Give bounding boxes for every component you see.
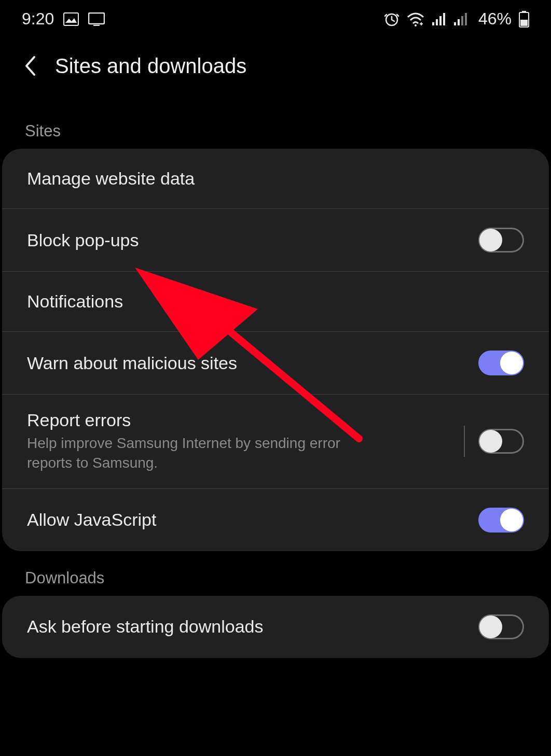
row-warn-malicious[interactable]: Warn about malicious sites [2,332,549,395]
back-button[interactable] [23,53,37,78]
svg-rect-6 [436,19,438,25]
signal-1-icon [432,13,446,25]
wifi-icon [407,12,424,26]
battery-percent: 46% [478,9,512,29]
svg-rect-9 [454,22,456,25]
svg-rect-11 [461,16,463,25]
row-manage-website-data[interactable]: Manage website data [2,149,549,209]
alarm-icon [384,11,400,27]
warn-malicious-label: Warn about malicious sites [27,353,478,373]
report-errors-toggle[interactable] [478,429,524,454]
manage-website-data-label: Manage website data [27,169,524,189]
section-label-sites: Sites [0,104,551,149]
ask-before-downloads-toggle[interactable] [478,614,524,639]
divider-vertical [464,426,465,457]
row-report-errors[interactable]: Report errors Help improve Samsung Inter… [2,395,549,489]
row-ask-before-downloads[interactable]: Ask before starting downloads [2,596,549,658]
svg-rect-0 [64,13,78,25]
warn-malicious-toggle[interactable] [478,351,524,375]
status-right: 46% [384,9,529,29]
image-icon [63,12,79,26]
allow-javascript-label: Allow JavaScript [27,510,478,530]
block-popups-label: Block pop-ups [27,230,478,250]
svg-rect-8 [443,13,445,25]
row-notifications[interactable]: Notifications [2,272,549,332]
ask-before-downloads-label: Ask before starting downloads [27,617,478,637]
svg-rect-7 [439,16,442,25]
svg-rect-1 [89,13,104,24]
allow-javascript-toggle[interactable] [478,508,524,533]
cast-icon [88,12,105,26]
svg-rect-10 [458,19,460,25]
status-time: 9:20 [22,9,54,29]
page-header: Sites and downloads [0,38,551,104]
row-block-popups[interactable]: Block pop-ups [2,209,549,272]
svg-rect-2 [93,25,100,26]
signal-2-icon [453,13,468,25]
svg-rect-5 [432,22,434,25]
svg-rect-12 [465,13,467,25]
notifications-label: Notifications [27,291,524,312]
svg-rect-15 [520,20,528,26]
row-allow-javascript[interactable]: Allow JavaScript [2,489,549,551]
battery-icon [519,11,529,27]
report-errors-sub: Help improve Samsung Internet by sending… [27,433,359,473]
status-left: 9:20 [22,9,105,29]
report-errors-label: Report errors [27,410,464,430]
section-label-downloads: Downloads [0,551,551,596]
status-bar: 9:20 46% [0,0,551,38]
downloads-card: Ask before starting downloads [2,596,549,658]
page-title: Sites and downloads [55,54,246,78]
svg-point-4 [415,24,417,26]
sites-card: Manage website data Block pop-ups Notifi… [2,149,549,551]
block-popups-toggle[interactable] [478,228,524,253]
